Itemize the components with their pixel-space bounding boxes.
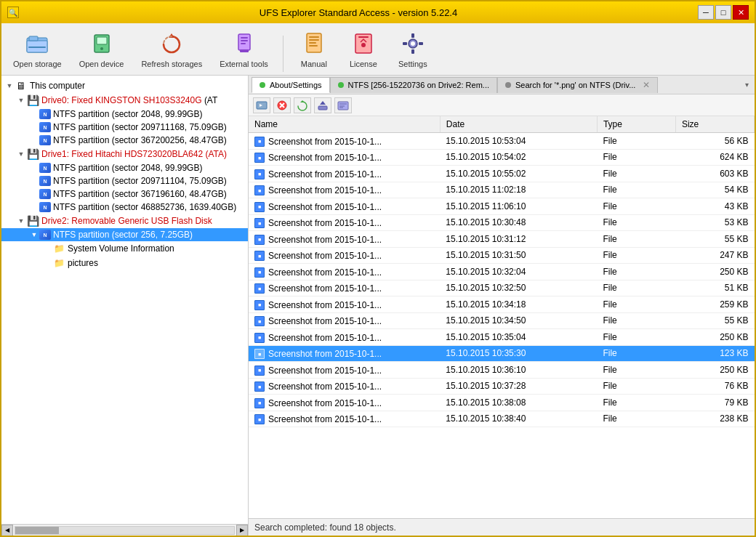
cell-date: 15.10.2015 10:36:10: [440, 362, 597, 379]
cell-type: File: [597, 231, 675, 248]
tree-d1p3[interactable]: ▶ N NTFS partition (sector 367196160, 48…: [1, 187, 248, 201]
table-row[interactable]: ■Screenshot from 2015-10-1...15.10.2015 …: [249, 166, 755, 182]
col-size[interactable]: Size: [675, 116, 754, 133]
tree-svi[interactable]: ▶ 📁 System Volume Information: [1, 241, 248, 256]
table-row[interactable]: ■Screenshot from 2015-10-1...15.10.2015 …: [249, 296, 755, 313]
col-name[interactable]: Name: [249, 116, 440, 133]
d1p3-icon: N: [39, 189, 51, 199]
tree-view: ▼ 🖥 This computer ▼ 💾 Drive0: Fixed KING…: [1, 76, 248, 524]
table-row[interactable]: ■Screenshot from 2015-10-1...15.10.2015 …: [249, 149, 755, 166]
cell-name: ■Screenshot from 2015-10-1...: [249, 411, 440, 427]
left-scrollbar[interactable]: ◀ ▶: [1, 524, 248, 536]
root-toggle[interactable]: ▼: [4, 81, 15, 91]
drive1-icon: 💾: [26, 148, 39, 160]
tree-d1p4[interactable]: ▶ N NTFS partition (sector 468852736, 16…: [1, 201, 248, 214]
table-row[interactable]: ■Screenshot from 2015-10-1...15.10.2015 …: [249, 411, 755, 427]
tree-drive2[interactable]: ▼ 💾 Drive2: Removable Generic USB Flash …: [1, 214, 248, 228]
cell-name-text: Screenshot from 2015-10-1...: [268, 185, 382, 195]
maximize-button[interactable]: □: [715, 5, 731, 20]
tree-d1p1[interactable]: ▶ N NTFS partition (sector 2048, 99.99GB…: [1, 161, 248, 174]
license-button[interactable]: License: [342, 28, 385, 72]
cell-name-text: Screenshot from 2015-10-1...: [268, 235, 382, 245]
tree-pictures[interactable]: ▶ 📁 pictures: [1, 256, 248, 270]
cell-date: 15.10.2015 10:35:04: [440, 329, 597, 346]
file-export-button[interactable]: [314, 97, 331, 113]
table-row[interactable]: ■Screenshot from 2015-10-1...15.10.2015 …: [249, 133, 755, 150]
tab-scroll-arrow[interactable]: ▾: [742, 81, 752, 89]
scroll-left-arrow[interactable]: ◀: [1, 525, 13, 536]
settings-button[interactable]: Settings: [391, 28, 435, 72]
close-button[interactable]: ✕: [733, 5, 749, 20]
tab-search-close[interactable]: ✕: [643, 80, 650, 90]
cell-size: 238 KB: [675, 411, 754, 427]
file-icon: ■: [254, 316, 265, 326]
cell-name-text: Screenshot from 2015-10-1...: [268, 398, 382, 408]
drive0-toggle[interactable]: ▼: [16, 95, 26, 105]
file-refresh-button[interactable]: [294, 97, 311, 113]
table-row[interactable]: ■Screenshot from 2015-10-1...15.10.2015 …: [249, 378, 755, 395]
tree-d0p1[interactable]: ▶ N NTFS partition (sector 2048, 99.99GB…: [1, 108, 248, 121]
scrollbar-thumb[interactable]: [15, 527, 59, 534]
cell-name-text: Screenshot from 2015-10-1...: [268, 381, 382, 392]
col-type[interactable]: Type: [597, 116, 675, 133]
d0p3-label: NTFS partition (sector 367200256, 48.47G…: [53, 135, 227, 145]
table-row[interactable]: ■Screenshot from 2015-10-1...15.10.2015 …: [249, 231, 755, 248]
table-row[interactable]: ■Screenshot from 2015-10-1...15.10.2015 …: [249, 395, 755, 411]
drive2-toggle[interactable]: ▼: [16, 216, 26, 226]
open-device-button[interactable]: Open device: [73, 28, 130, 72]
scroll-right-arrow[interactable]: ▶: [236, 525, 248, 536]
tab-search[interactable]: Search for '*.png' on NTFS (Driv... ✕: [497, 77, 658, 93]
table-row[interactable]: ■Screenshot from 2015-10-1...15.10.2015 …: [249, 345, 755, 362]
scrollbar-track[interactable]: [15, 526, 235, 535]
tree-d0p2[interactable]: ▶ N NTFS partition (sector 209711168, 75…: [1, 121, 248, 134]
cell-size: 51 KB: [675, 280, 754, 296]
d0p2-toggle: ▶: [29, 122, 39, 132]
table-row[interactable]: ■Screenshot from 2015-10-1...15.10.2015 …: [249, 247, 755, 264]
open-device-icon: [89, 31, 115, 57]
cell-size: 53 KB: [675, 214, 754, 231]
external-tools-icon: [231, 31, 257, 57]
table-row[interactable]: ■Screenshot from 2015-10-1...15.10.2015 …: [249, 182, 755, 198]
external-tools-label: External tools: [220, 60, 268, 69]
file-stop-button[interactable]: [273, 97, 291, 113]
file-nav-button[interactable]: [253, 97, 270, 113]
cell-name: ■Screenshot from 2015-10-1...: [249, 182, 440, 198]
tab-search-label: Search for '*.png' on NTFS (Driv...: [515, 81, 635, 89]
table-row[interactable]: ■Screenshot from 2015-10-1...15.10.2015 …: [249, 264, 755, 280]
cell-name: ■Screenshot from 2015-10-1...: [249, 198, 440, 215]
table-row[interactable]: ■Screenshot from 2015-10-1...15.10.2015 …: [249, 312, 755, 329]
cell-name-text: Screenshot from 2015-10-1...: [268, 414, 382, 424]
table-row[interactable]: ■Screenshot from 2015-10-1...15.10.2015 …: [249, 214, 755, 231]
svg-rect-16: [309, 42, 316, 44]
tab-ntfs[interactable]: NTFS [256-15220736 on Drive2: Rem...: [330, 77, 497, 93]
drive1-toggle[interactable]: ▼: [16, 149, 26, 159]
tab-about[interactable]: About/Settings: [252, 77, 330, 93]
svg-point-6: [100, 47, 103, 50]
table-row[interactable]: ■Screenshot from 2015-10-1...15.10.2015 …: [249, 362, 755, 379]
col-date[interactable]: Date: [440, 116, 597, 133]
minimize-button[interactable]: ─: [698, 5, 714, 20]
drive1-label: Drive1: Fixed Hitachi HDS723020BLA642 (A…: [41, 149, 227, 159]
file-toolbar: [249, 94, 755, 116]
file-info-button[interactable]: [334, 97, 352, 113]
cell-size: 43 KB: [675, 198, 754, 215]
cell-name: ■Screenshot from 2015-10-1...: [249, 133, 440, 150]
tree-d0p3[interactable]: ▶ N NTFS partition (sector 367200256, 48…: [1, 134, 248, 147]
tree-drive0[interactable]: ▼ 💾 Drive0: Fixed KINGSTON SH103S3240G (…: [1, 93, 248, 108]
tree-d2p1[interactable]: ▼ N NTFS partition (sector 256, 7.25GB): [1, 228, 248, 241]
refresh-storages-button[interactable]: Refresh storages: [135, 28, 208, 72]
cell-size: 603 KB: [675, 166, 754, 182]
external-tools-button[interactable]: External tools: [214, 28, 274, 72]
table-row[interactable]: ■Screenshot from 2015-10-1...15.10.2015 …: [249, 280, 755, 296]
stop-icon: [276, 100, 288, 111]
open-storage-button[interactable]: Open storage: [7, 28, 68, 72]
tree-drive1[interactable]: ▼ 💾 Drive1: Fixed Hitachi HDS723020BLA64…: [1, 147, 248, 161]
manual-button[interactable]: Manual: [292, 28, 336, 72]
cell-size: 259 KB: [675, 296, 754, 313]
tree-d1p2[interactable]: ▶ N NTFS partition (sector 209711104, 75…: [1, 174, 248, 187]
open-storage-icon: [24, 31, 50, 57]
table-row[interactable]: ■Screenshot from 2015-10-1...15.10.2015 …: [249, 329, 755, 346]
svg-rect-9: [241, 37, 248, 39]
table-row[interactable]: ■Screenshot from 2015-10-1...15.10.2015 …: [249, 198, 755, 215]
tree-root[interactable]: ▼ 🖥 This computer: [1, 78, 248, 93]
